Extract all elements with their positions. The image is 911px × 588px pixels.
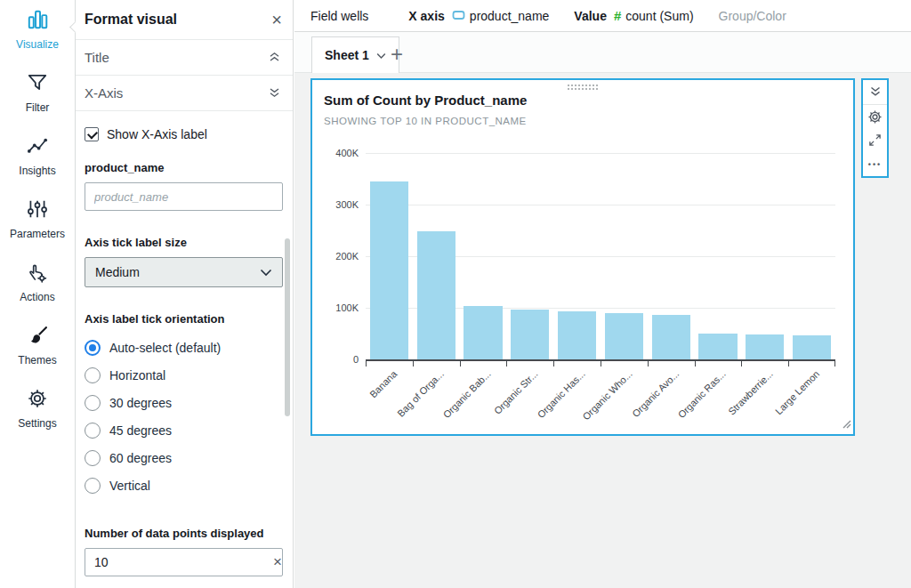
bar[interactable] <box>746 334 784 359</box>
x-axis-tick <box>695 361 696 366</box>
bar[interactable] <box>698 334 737 359</box>
bar[interactable] <box>464 306 502 359</box>
radio <box>85 395 101 411</box>
chevron-down-icon <box>260 265 272 279</box>
format-visual-panel: Format visual × Title X-Axis Show X-Axis… <box>76 0 294 588</box>
section-xaxis-label: X-Axis <box>85 85 123 101</box>
checkbox <box>85 127 99 141</box>
section-title[interactable]: Title <box>76 40 293 76</box>
nav-item-insights[interactable]: Insights <box>0 126 75 189</box>
x-axis-well-label: X axis <box>408 9 444 23</box>
left-nav: Visualize Filter Insights Parameters <box>0 0 76 588</box>
field-wells-toggle[interactable]: Field wells <box>310 9 368 23</box>
x-axis-tick <box>366 361 367 366</box>
bar[interactable] <box>605 313 643 359</box>
drag-handle[interactable] <box>567 84 599 90</box>
maximize-visual-button[interactable] <box>863 128 887 152</box>
bar[interactable] <box>652 315 690 359</box>
dimension-pill-icon <box>452 9 465 23</box>
value-well-label: Value <box>574 9 607 23</box>
x-axis-well-value: product_name <box>470 9 550 23</box>
close-icon[interactable]: × <box>271 11 282 28</box>
x-axis-tick <box>648 361 649 366</box>
field-well-value[interactable]: Value # count (Sum) <box>574 8 693 23</box>
tab-sheet-1[interactable]: Sheet 1 <box>311 36 399 73</box>
visual-title: Sum of Count by Product_name <box>324 93 527 108</box>
axis-title-input[interactable] <box>85 182 283 211</box>
clear-icon[interactable]: × <box>264 553 291 571</box>
bar[interactable] <box>793 335 831 359</box>
x-axis-tick <box>741 361 742 366</box>
insights-trend-icon <box>26 134 49 161</box>
y-axis-tick-label: 400K <box>321 148 359 158</box>
nav-item-label: Filter <box>26 101 50 114</box>
field-wells-bar: Field wells X axis product_name Value # … <box>294 0 911 32</box>
add-sheet-button[interactable]: + <box>391 44 403 65</box>
orientation-option[interactable]: 45 degrees <box>85 423 282 439</box>
nav-item-visualize[interactable]: Visualize <box>0 0 75 63</box>
numeric-hash-icon: # <box>614 8 621 23</box>
x-axis-tick <box>788 361 789 366</box>
x-axis-tick <box>601 361 601 366</box>
y-axis-tick-label: 200K <box>321 251 359 262</box>
more-options-button[interactable]: ••• <box>863 152 887 176</box>
gridline <box>366 153 835 154</box>
x-axis-tick <box>506 361 507 366</box>
nav-item-parameters[interactable]: Parameters <box>0 189 75 253</box>
radio <box>85 450 101 466</box>
plot-area: 0100K200K300K400KBananaBag of Orga...Org… <box>366 153 835 361</box>
panel-header: Format visual × <box>76 0 293 40</box>
nav-item-settings[interactable]: Settings <box>0 379 75 442</box>
nav-item-actions[interactable]: Actions <box>0 253 75 316</box>
x-axis-tick <box>460 361 461 366</box>
bar[interactable] <box>511 310 549 359</box>
panel-scrollbar[interactable] <box>285 238 290 416</box>
radio <box>85 367 101 383</box>
value-well-value: count (Sum) <box>625 9 693 23</box>
gear-icon <box>26 387 49 414</box>
y-axis-tick-label: 300K <box>321 199 359 210</box>
section-title-label: Title <box>85 50 109 65</box>
orientation-option[interactable]: Vertical <box>85 478 282 494</box>
group-color-well-label: Group/Color <box>719 9 786 23</box>
bar[interactable] <box>370 181 408 359</box>
field-well-group-color[interactable]: Group/Color <box>719 9 786 23</box>
datapoints-input-wrap: × <box>85 548 283 576</box>
datapoints-label: Number of data points displayed <box>85 527 282 540</box>
collapse-menu-button[interactable] <box>863 80 887 104</box>
visual-toolbar: ••• <box>861 78 889 178</box>
sliders-icon <box>26 197 49 224</box>
orientation-option[interactable]: Horizontal <box>85 367 282 383</box>
nav-item-label: Visualize <box>16 38 59 51</box>
radio <box>85 478 101 494</box>
show-xaxis-label-checkbox[interactable]: Show X-Axis label <box>85 127 282 141</box>
ellipsis-icon: ••• <box>868 160 882 169</box>
nav-item-filter[interactable]: Filter <box>0 63 75 126</box>
field-well-x-axis[interactable]: X axis product_name <box>408 9 549 23</box>
bar-chart-icon <box>26 8 49 35</box>
bar[interactable] <box>417 231 456 359</box>
filter-icon <box>26 71 49 98</box>
orientation-option[interactable]: Auto-select (default) <box>85 340 282 356</box>
section-xaxis[interactable]: X-Axis <box>76 76 293 111</box>
x-axis-tick <box>553 361 554 366</box>
nav-item-label: Themes <box>18 354 56 366</box>
brush-icon <box>26 324 49 350</box>
dashboard-canvas: Sum of Count by Product_name SHOWING TOP… <box>294 73 911 588</box>
tick-size-select[interactable]: Medium <box>85 257 283 287</box>
checkbox-label: Show X-Axis label <box>107 127 207 141</box>
visual-settings-gear-button[interactable] <box>863 105 887 129</box>
nav-item-label: Insights <box>19 165 55 177</box>
orientation-option[interactable]: 60 degrees <box>85 450 282 466</box>
nav-item-label: Settings <box>18 417 56 430</box>
x-axis-tick <box>413 361 414 366</box>
resize-handle[interactable] <box>841 416 851 432</box>
datapoints-input[interactable] <box>85 555 264 569</box>
bar[interactable] <box>558 311 596 359</box>
radio <box>85 423 101 439</box>
bar-chart-visual[interactable]: Sum of Count by Product_name SHOWING TOP… <box>310 78 855 436</box>
nav-item-themes[interactable]: Themes <box>0 316 75 379</box>
gridline <box>366 205 835 205</box>
orientation-option[interactable]: 30 degrees <box>85 395 282 411</box>
tick-size-label: Axis tick label size <box>85 236 282 249</box>
